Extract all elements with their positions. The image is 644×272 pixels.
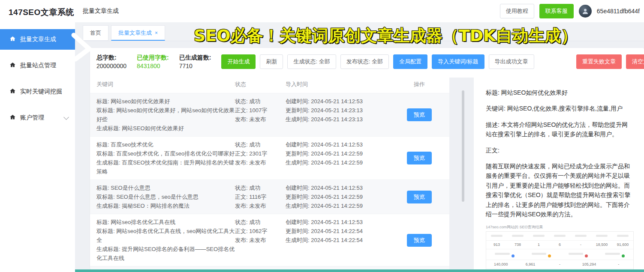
- home-icon: [9, 114, 16, 122]
- embed-cell: 6: [549, 241, 570, 249]
- row-publish: 发布: 未发布: [235, 236, 286, 245]
- row-wordcount: 正文: 2301字: [235, 149, 286, 158]
- row-created: 创建时间: 2024-05-21 14:12:53: [286, 97, 389, 106]
- contact-support-button[interactable]: 联系客服: [539, 4, 574, 18]
- home-icon: [9, 62, 16, 69]
- row-double-title: 双标题: 百度seo技术优化，百度seo排名优化公司哪家好: [96, 149, 235, 158]
- sidebar-nav: 批量文章生成 批量站点管理 实时关键词挖掘 账户管理: [0, 29, 75, 128]
- sidebar-item-site-manage[interactable]: 批量站点管理: [0, 55, 75, 76]
- embed-cell: 91,600: [612, 241, 633, 249]
- user-id: 65e4811dfb644f: [597, 8, 640, 15]
- top-bar: 批量文章生成 使用教程 联系客服 65e4811dfb644f: [75, 0, 644, 22]
- row-generated-title: 生成标题: 揭秘SEO：网站排名的魔法: [96, 201, 235, 210]
- preview-body-paragraph: 随着互联网的快速发展，网站已经成为企业展示产品和服务的重要平台。仅仅拥有一个美观…: [486, 161, 634, 219]
- start-generate-button[interactable]: 开始生成: [221, 54, 256, 69]
- preview-button[interactable]: 预览: [407, 108, 432, 121]
- main-content: 总字数: 200000000 已使用字数: 8431800 已生成篇数: 771…: [75, 41, 644, 272]
- close-tab-icon[interactable]: ×: [155, 30, 158, 36]
- stat-label: 已使用字数:: [137, 53, 169, 62]
- generate-status-select[interactable]: 生成状态: 全部: [287, 54, 336, 69]
- sidebar-item-label: 批量文章生成: [20, 36, 56, 43]
- embed-cell: -: [545, 260, 575, 268]
- embed-cell: 738: [507, 241, 528, 249]
- embed-table: 913 738 1 6 - 18,500 91,600: [486, 231, 634, 272]
- stat-label: 总字数:: [96, 53, 126, 62]
- export-success-button[interactable]: 导出成功文章: [489, 54, 534, 69]
- stat-generated-count: 已生成篇数: 7710: [179, 53, 211, 70]
- row-generated-title: 生成标题: 网站SEO如何优化效果好: [96, 124, 235, 133]
- embed-cell: -: [604, 260, 633, 268]
- sidebar-item-label: 批量站点管理: [20, 62, 56, 69]
- preview-button[interactable]: 预览: [407, 191, 432, 203]
- row-title: 标题: 百度seo技术优化: [96, 140, 235, 149]
- 360-icon: [585, 254, 588, 257]
- embed-cell: 140,000: [486, 260, 516, 268]
- google-icon: [622, 254, 625, 257]
- embed-data-row: 140,000 6,961 - 105,294 -: [486, 260, 633, 268]
- row-wordcount: 正文: 1007字: [235, 106, 286, 115]
- import-keywords-button[interactable]: 导入关键词/标题: [432, 54, 485, 69]
- row-created: 创建时间: 2024-05-21 14:12:53: [286, 140, 389, 149]
- stat-label: 已生成篇数:: [179, 53, 211, 62]
- global-config-button[interactable]: 全局配置: [393, 54, 427, 69]
- row-updated: 更新时间: 2024-05-21 14:22:59: [286, 192, 389, 201]
- baidu-icon: [512, 254, 515, 257]
- row-status: 状态: 成功: [235, 218, 286, 227]
- row-wordcount: 正文: 1116字: [235, 192, 286, 201]
- embed-cell: 6,961: [516, 260, 545, 268]
- home-icon: [9, 36, 16, 43]
- sogou-icon: [548, 254, 551, 257]
- embedded-seo-screenshot: 147seo.com网站的 SEO查询结果 913 738 1 6 -: [486, 224, 634, 272]
- app-title: 147SEO文章系统: [0, 0, 75, 18]
- row-generated-title: 生成标题: 百度SEO技术优化指南：提升网站排名的关键策略: [96, 158, 235, 176]
- tab-label: 批量文章生成: [118, 29, 152, 37]
- embed-cell: 1: [528, 241, 549, 249]
- embed-engine-row: [486, 249, 633, 260]
- col-status: 状态: [235, 81, 286, 88]
- row-created: 创建时间: 2024-05-21 14:12:53: [286, 183, 389, 192]
- row-updated: 更新时间: 2024-05-21 14:23:13: [286, 106, 389, 115]
- vertical-scrollbar[interactable]: [462, 90, 464, 202]
- row-title: 标题: 网站seo如何优化效果好: [96, 97, 235, 106]
- row-status: 状态: 成功: [235, 183, 286, 192]
- row-updated: 更新时间: 2024-05-21 14:22:54: [286, 227, 389, 236]
- refresh-button[interactable]: 刷新: [260, 54, 283, 69]
- embed-caption: 147seo.com网站的 SEO查询结果: [486, 224, 634, 230]
- article-preview-panel: 标题: 网站SEO如何优化效果好 关键词: 网站SEO,优化效果,搜索引擎排名,…: [474, 78, 644, 272]
- breadcrumb: 批量文章生成: [83, 7, 119, 15]
- row-generated: 生成时间: 2024-05-21 14:22:54: [286, 236, 389, 245]
- row-double-title: 双标题: SEO是什么意思，seo是什么意思: [96, 192, 235, 201]
- sidebar-item-batch-article[interactable]: 批量文章生成: [0, 29, 75, 50]
- publish-status-select[interactable]: 发布状态: 全部: [340, 54, 389, 69]
- row-publish: 发布: 未发布: [235, 201, 286, 210]
- reset-failed-button[interactable]: 重置失败文章: [576, 54, 622, 69]
- embed-header-row: [486, 232, 633, 240]
- row-generated: 生成时间: 2024-05-21 14:23:13: [286, 115, 389, 124]
- preview-keywords-line: 关键词: 网站SEO,优化效果,搜索引擎排名,流量,用户: [486, 104, 634, 113]
- sidebar-item-account[interactable]: 账户管理: [0, 108, 75, 128]
- embed-cell: 913: [486, 241, 507, 249]
- app-window: 147SEO文章系统 批量文章生成 批量站点管理 实时关键词挖掘: [0, 0, 644, 272]
- avatar[interactable]: [579, 5, 592, 18]
- preview-button[interactable]: 预览: [407, 152, 432, 164]
- embed-cell: 105,294: [575, 260, 604, 268]
- sidebar-item-label: 账户管理: [20, 114, 44, 122]
- row-updated: 更新时间: 2024-05-21 14:22:59: [286, 149, 389, 158]
- stat-value: 8431800: [137, 62, 169, 70]
- row-wordcount: 正文: 1062字: [235, 227, 286, 236]
- embed-stats-row: 913 738 1 6 - 18,500 91,600: [486, 240, 633, 249]
- top-right-actions: 使用教程 联系客服 65e4811dfb644f: [500, 4, 640, 18]
- tutorial-button[interactable]: 使用教程: [500, 4, 534, 18]
- row-publish: 发布: 未发布: [235, 115, 286, 124]
- sidebar-item-keyword-mining[interactable]: 实时关键词挖掘: [0, 81, 75, 102]
- sidebar-item-label: 实时关键词挖掘: [20, 88, 62, 96]
- embed-cell: -: [570, 241, 591, 249]
- preview-title-line: 标题: 网站SEO如何优化效果好: [486, 88, 634, 97]
- stat-value: 7710: [179, 62, 211, 70]
- tab-home[interactable]: 首页: [83, 25, 108, 41]
- bottom-teal-bar: [75, 269, 644, 272]
- stats-toolbar: 总字数: 200000000 已使用字数: 8431800 已生成篇数: 771…: [90, 48, 644, 75]
- preview-button[interactable]: 预览: [407, 234, 432, 247]
- clear-articles-button[interactable]: 清空文章: [626, 54, 644, 69]
- tab-batch-article[interactable]: 批量文章生成 ×: [111, 25, 165, 41]
